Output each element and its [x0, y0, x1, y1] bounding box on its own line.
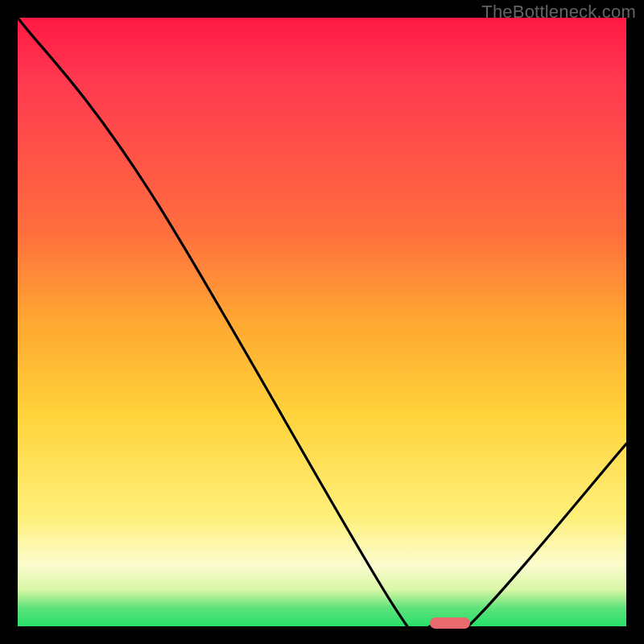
chart-frame: TheBottleneck.com: [0, 0, 644, 644]
optimum-marker: [430, 617, 470, 629]
bottleneck-curve: [18, 18, 626, 626]
chart-plot-area: [18, 18, 626, 626]
